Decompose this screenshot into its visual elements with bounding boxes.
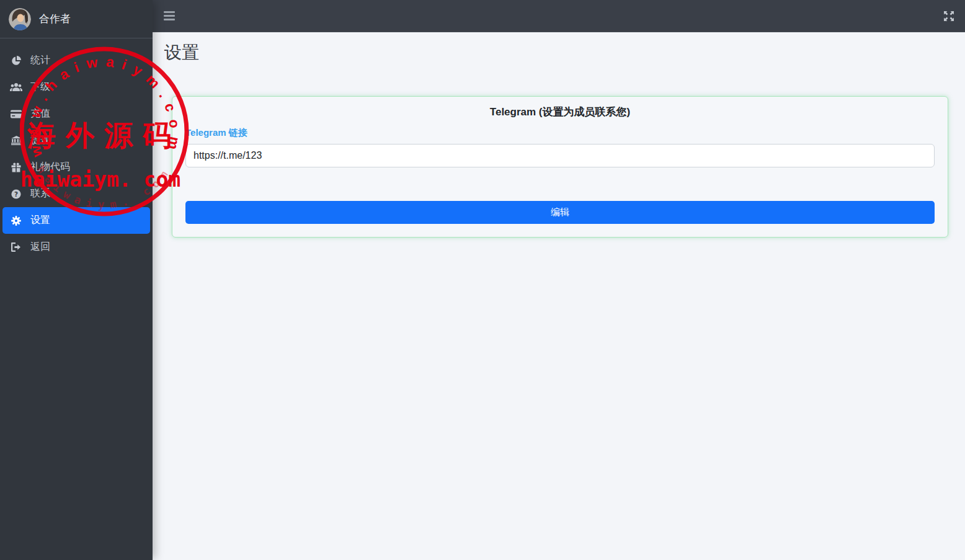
bank-icon [9, 136, 24, 145]
sidebar-item-gift-code[interactable]: 礼物代码 [2, 154, 150, 180]
gear-icon [9, 216, 24, 226]
pie-chart-icon [9, 56, 24, 66]
sidebar-item-recharge[interactable]: 充值 [2, 100, 150, 127]
sidebar-item-label: 联系 [30, 187, 50, 200]
page-title: 设置 [164, 42, 948, 63]
sidebar-item-settings[interactable]: 设置 [2, 207, 150, 234]
sidebar-nav: 统计 下级 充值 [0, 38, 153, 260]
main-content: 设置 Telegram (设置为成员联系您) Telegram 链接 编辑 [153, 32, 965, 560]
credit-card-icon [9, 110, 24, 118]
user-panel[interactable]: 合作者 [0, 0, 153, 38]
hamburger-icon[interactable] [164, 10, 175, 22]
edit-button[interactable]: 编辑 [185, 201, 935, 224]
avatar [9, 8, 31, 30]
sidebar-item-stats[interactable]: 统计 [2, 47, 150, 74]
fullscreen-expand-icon[interactable] [944, 11, 954, 21]
sidebar-item-label: 返回 [30, 241, 50, 254]
sidebar: 合作者 统计 下级 [0, 0, 153, 560]
telegram-settings-card: Telegram (设置为成员联系您) Telegram 链接 编辑 [172, 96, 948, 238]
sidebar-item-label: 设置 [30, 214, 50, 227]
sidebar-item-label: 充值 [30, 107, 50, 120]
sidebar-item-label: 提现 [30, 134, 50, 147]
telegram-link-label: Telegram 链接 [185, 127, 935, 139]
users-icon [9, 82, 24, 92]
gift-icon [9, 162, 24, 172]
svg-text:?: ? [14, 190, 18, 197]
sidebar-item-label: 礼物代码 [30, 161, 70, 174]
user-name: 合作者 [39, 12, 71, 26]
topbar [153, 0, 965, 32]
sidebar-item-withdraw[interactable]: 提现 [2, 127, 150, 154]
card-header: Telegram (设置为成员联系您) [185, 105, 935, 120]
sidebar-item-contact[interactable]: ? 联系 [2, 180, 150, 207]
sign-out-icon [9, 242, 24, 252]
question-circle-icon: ? [9, 189, 24, 199]
sidebar-item-back[interactable]: 返回 [2, 234, 150, 260]
sidebar-item-label: 下级 [30, 81, 50, 94]
telegram-link-input[interactable] [185, 144, 935, 167]
sidebar-item-label: 统计 [30, 54, 50, 67]
sidebar-item-subordinates[interactable]: 下级 [2, 74, 150, 100]
